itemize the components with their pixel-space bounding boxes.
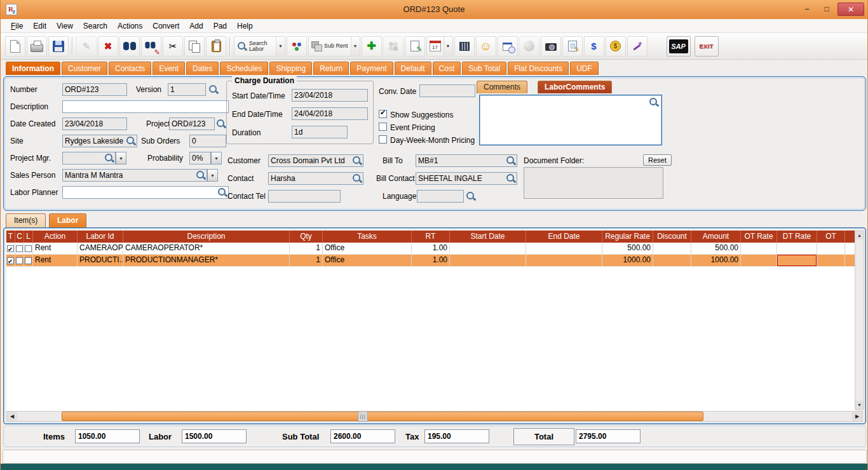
project-mgr-dropdown[interactable]: ▼ [116, 152, 126, 164]
col-header-c[interactable]: C [15, 231, 24, 243]
version-field[interactable]: 1 [168, 83, 206, 96]
save-button[interactable] [48, 36, 69, 57]
project-mgr-search-icon[interactable] [104, 153, 114, 163]
menu-actions[interactable]: Actions [112, 20, 147, 32]
project-search-icon[interactable] [216, 119, 226, 129]
scroll-right-icon[interactable]: ▶ [852, 412, 862, 421]
find-edit-button[interactable]: ✎ [141, 36, 161, 57]
cell-action[interactable]: Rent [33, 243, 78, 255]
show-suggestions-checkbox[interactable] [379, 110, 387, 118]
tab-cost[interactable]: Cost [433, 62, 461, 75]
description-field[interactable] [62, 100, 229, 113]
col-header-rt[interactable]: RT [412, 231, 450, 243]
labor-planner-search-icon[interactable] [217, 187, 227, 198]
day-week-month-checkbox[interactable] [379, 135, 387, 144]
barcode-button[interactable] [454, 36, 475, 57]
search-labor-button[interactable]: Search Labor [234, 36, 276, 57]
cell-qty[interactable]: 1 [290, 255, 323, 267]
tab-payment[interactable]: Payment [350, 62, 393, 75]
customer-field[interactable]: Cross Domain Pvt Ltd [268, 154, 363, 167]
cell-labor-id[interactable]: PRODUCTI... [78, 255, 123, 267]
horizontal-scrollbar-thumb[interactable] [62, 412, 703, 421]
row1-checkbox-l[interactable] [25, 245, 32, 252]
tab-information[interactable]: Information [6, 62, 60, 75]
cell-regular-rate[interactable]: 500.00 [602, 243, 653, 255]
cell-ot[interactable] [817, 243, 845, 255]
copy-button[interactable] [184, 36, 205, 57]
sub-orders-field[interactable]: 0 [189, 135, 226, 147]
close-button[interactable]: ✕ [837, 3, 864, 16]
cell-start-date[interactable] [450, 243, 526, 255]
vertical-scrollbar[interactable]: ▲ ▼ [855, 231, 864, 410]
cell-regular-rate[interactable]: 1000.00 [602, 255, 653, 267]
conv-date-field[interactable] [419, 84, 475, 97]
labor-tab[interactable]: Labor [49, 213, 86, 227]
language-field[interactable] [417, 190, 464, 203]
cell-start-date[interactable] [450, 255, 526, 267]
money-button[interactable]: $ [606, 36, 626, 57]
language-search-icon[interactable] [466, 191, 476, 201]
col-header-start-date[interactable]: Start Date [450, 231, 526, 243]
tab-customer[interactable]: Customer [62, 62, 107, 75]
calendar-button[interactable]: 17 [426, 36, 444, 57]
menu-file[interactable]: File [6, 20, 28, 32]
camera-button[interactable] [541, 36, 561, 57]
reset-button[interactable]: Reset [643, 154, 672, 166]
tab-event[interactable]: Event [153, 62, 185, 75]
contact-tel-field[interactable] [268, 190, 341, 203]
smiley-button[interactable]: ☺ [476, 36, 496, 57]
project-field[interactable]: ORD#123 [169, 117, 215, 130]
cell-end-date[interactable] [526, 255, 602, 267]
site-search-icon[interactable] [126, 136, 136, 146]
find-button[interactable] [119, 36, 140, 57]
number-field[interactable]: ORD#123 [62, 83, 127, 96]
col-header-description[interactable]: Description [123, 231, 290, 243]
bill-to-search-icon[interactable] [506, 156, 516, 166]
notes-button[interactable] [562, 36, 583, 57]
row2-checkbox-t[interactable] [7, 257, 14, 264]
wand-button[interactable]: ✦ [627, 36, 648, 57]
menu-help[interactable]: Help [232, 20, 258, 32]
print-button[interactable] [27, 36, 47, 57]
probability-dropdown[interactable]: ▼ [211, 152, 222, 164]
menu-pad[interactable]: Pad [208, 20, 232, 32]
col-header-action[interactable]: Action [33, 231, 78, 243]
row2-checkbox-l[interactable] [25, 257, 32, 264]
bill-contact-search-icon[interactable] [506, 173, 516, 184]
tab-contacts[interactable]: Contacts [109, 62, 151, 75]
sales-person-search-icon[interactable] [196, 170, 206, 180]
sales-person-dropdown[interactable]: ▼ [207, 169, 218, 182]
sub-rent-button[interactable]: Sub Rent [308, 36, 351, 57]
items-tab[interactable]: Item(s) [6, 213, 46, 227]
cell-dt-rate[interactable] [777, 243, 817, 255]
cell-labor-id[interactable]: CAMERAOP... [78, 243, 123, 255]
start-date-field[interactable]: 23/04/2018 [292, 89, 368, 102]
horizontal-scrollbar[interactable]: ◀ ||| ▶ [6, 411, 863, 422]
end-date-field[interactable]: 24/04/2018 [292, 107, 368, 120]
menu-edit[interactable]: Edit [28, 20, 51, 32]
cell-amount[interactable]: 1000.00 [691, 255, 741, 267]
tab-udf[interactable]: UDF [570, 62, 599, 75]
customer-search-icon[interactable] [352, 156, 362, 166]
table-row-1[interactable]: Rent CAMERAOP... CAMERAOPERATOR* 1 Offic… [6, 243, 855, 255]
col-header-labor-id[interactable]: Labor Id [78, 231, 123, 243]
col-header-l[interactable]: L [24, 231, 33, 243]
row1-checkbox-t[interactable] [7, 245, 14, 252]
version-search-icon[interactable] [208, 84, 219, 95]
maximize-button[interactable]: □ [818, 3, 836, 16]
cell-dt-rate-focused[interactable] [777, 255, 817, 267]
cell-discount[interactable] [653, 255, 691, 267]
paste-button[interactable] [206, 36, 226, 57]
menu-convert[interactable]: Convert [147, 20, 184, 32]
add-button[interactable]: ✚ [362, 36, 382, 57]
col-header-discount[interactable]: Discount [653, 231, 691, 243]
search-labor-dropdown[interactable]: ▼ [276, 36, 285, 57]
tab-return[interactable]: Return [313, 62, 349, 75]
probability-field[interactable]: 0% [189, 152, 211, 164]
tab-default[interactable]: Default [395, 62, 431, 75]
col-header-regular-rate[interactable]: Regular Rate [602, 231, 653, 243]
scroll-up-icon[interactable]: ▲ [855, 231, 864, 239]
comments-tab[interactable]: Comments [477, 81, 527, 93]
scroll-left-icon[interactable]: ◀ [7, 412, 17, 421]
event-pricing-checkbox[interactable] [379, 123, 387, 131]
